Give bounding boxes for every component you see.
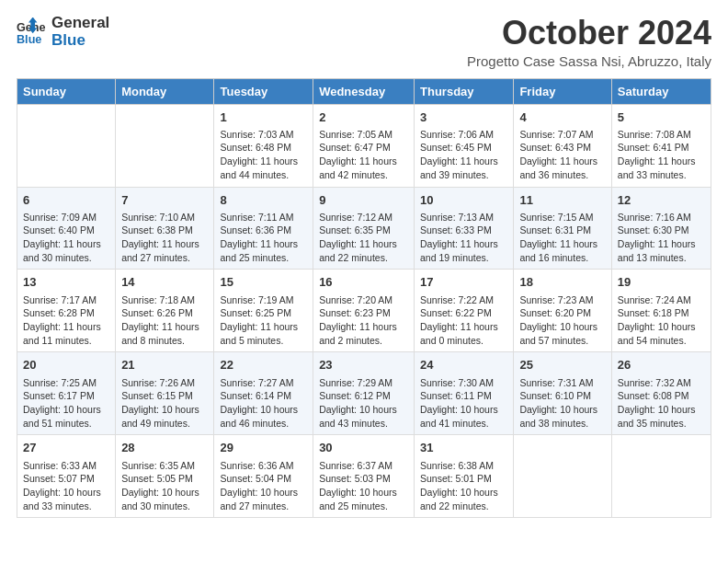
- calendar-cell: 25Sunrise: 7:31 AM Sunset: 6:10 PM Dayli…: [514, 352, 611, 435]
- day-info: Sunrise: 7:24 AM Sunset: 6:18 PM Dayligh…: [618, 293, 705, 348]
- calendar-cell: [611, 435, 711, 518]
- calendar-cell: 3Sunrise: 7:06 AM Sunset: 6:45 PM Daylig…: [415, 104, 514, 187]
- calendar-cell: [116, 104, 214, 187]
- day-number: 2: [319, 109, 408, 126]
- day-info: Sunrise: 7:10 AM Sunset: 6:38 PM Dayligh…: [121, 211, 208, 265]
- calendar-week-row: 1Sunrise: 7:03 AM Sunset: 6:48 PM Daylig…: [17, 104, 711, 187]
- day-number: 11: [519, 192, 605, 209]
- day-number: 13: [23, 274, 109, 291]
- calendar-cell: 10Sunrise: 7:13 AM Sunset: 6:33 PM Dayli…: [415, 187, 514, 270]
- day-info: Sunrise: 7:19 AM Sunset: 6:25 PM Dayligh…: [220, 293, 307, 348]
- calendar-cell: 28Sunrise: 6:35 AM Sunset: 5:05 PM Dayli…: [116, 435, 214, 518]
- day-number: 10: [420, 192, 507, 209]
- logo-text-line2: Blue: [51, 32, 109, 50]
- calendar-cell: 2Sunrise: 7:05 AM Sunset: 6:47 PM Daylig…: [313, 104, 415, 187]
- calendar-cell: 1Sunrise: 7:03 AM Sunset: 6:48 PM Daylig…: [214, 104, 313, 187]
- calendar-cell: 18Sunrise: 7:23 AM Sunset: 6:20 PM Dayli…: [514, 270, 611, 352]
- day-info: Sunrise: 7:08 AM Sunset: 6:41 PM Dayligh…: [618, 128, 705, 182]
- day-number: 6: [23, 192, 109, 209]
- day-number: 8: [220, 192, 307, 209]
- day-number: 15: [220, 274, 307, 291]
- calendar-cell: 9Sunrise: 7:12 AM Sunset: 6:35 PM Daylig…: [313, 187, 415, 270]
- header-day-monday: Monday: [116, 78, 214, 104]
- day-number: 12: [618, 192, 705, 209]
- day-number: 7: [121, 192, 208, 209]
- day-info: Sunrise: 7:22 AM Sunset: 6:22 PM Dayligh…: [420, 293, 507, 348]
- calendar-cell: [17, 104, 116, 187]
- calendar-cell: 12Sunrise: 7:16 AM Sunset: 6:30 PM Dayli…: [611, 187, 711, 270]
- day-number: 25: [519, 357, 605, 373]
- header-day-friday: Friday: [514, 78, 611, 104]
- day-info: Sunrise: 7:25 AM Sunset: 6:17 PM Dayligh…: [23, 376, 109, 431]
- main-title: October 2024: [467, 15, 711, 52]
- calendar-cell: [514, 435, 611, 518]
- day-number: 9: [319, 192, 408, 209]
- day-info: Sunrise: 7:12 AM Sunset: 6:35 PM Dayligh…: [319, 211, 408, 265]
- day-info: Sunrise: 7:23 AM Sunset: 6:20 PM Dayligh…: [519, 293, 605, 348]
- header-day-tuesday: Tuesday: [214, 78, 313, 104]
- header-day-wednesday: Wednesday: [313, 78, 415, 104]
- day-info: Sunrise: 7:17 AM Sunset: 6:28 PM Dayligh…: [23, 293, 109, 348]
- day-info: Sunrise: 7:26 AM Sunset: 6:15 PM Dayligh…: [121, 376, 208, 431]
- calendar-cell: 29Sunrise: 6:36 AM Sunset: 5:04 PM Dayli…: [214, 435, 313, 518]
- day-number: 4: [519, 109, 605, 126]
- day-info: Sunrise: 7:16 AM Sunset: 6:30 PM Dayligh…: [618, 211, 705, 265]
- calendar-table: SundayMondayTuesdayWednesdayThursdayFrid…: [17, 78, 711, 519]
- calendar-cell: 30Sunrise: 6:37 AM Sunset: 5:03 PM Dayli…: [313, 435, 415, 518]
- header: General Blue General Blue October 2024 P…: [17, 15, 711, 69]
- day-info: Sunrise: 7:11 AM Sunset: 6:36 PM Dayligh…: [220, 211, 307, 265]
- calendar-cell: 6Sunrise: 7:09 AM Sunset: 6:40 PM Daylig…: [17, 187, 116, 270]
- day-number: 26: [618, 357, 705, 373]
- calendar-cell: 13Sunrise: 7:17 AM Sunset: 6:28 PM Dayli…: [17, 270, 116, 352]
- calendar-week-row: 20Sunrise: 7:25 AM Sunset: 6:17 PM Dayli…: [17, 352, 711, 435]
- day-number: 27: [23, 440, 109, 456]
- header-day-saturday: Saturday: [611, 78, 711, 104]
- calendar-cell: 15Sunrise: 7:19 AM Sunset: 6:25 PM Dayli…: [214, 270, 313, 352]
- subtitle: Progetto Case Sassa Nsi, Abruzzo, Italy: [467, 53, 711, 69]
- logo-icon: General Blue: [17, 17, 46, 47]
- calendar-cell: 26Sunrise: 7:32 AM Sunset: 6:08 PM Dayli…: [611, 352, 711, 435]
- calendar-cell: 16Sunrise: 7:20 AM Sunset: 6:23 PM Dayli…: [313, 270, 415, 352]
- logo-text-line1: General: [51, 15, 109, 32]
- header-day-sunday: Sunday: [17, 78, 116, 104]
- day-info: Sunrise: 7:07 AM Sunset: 6:43 PM Dayligh…: [519, 128, 605, 182]
- day-number: 1: [220, 109, 307, 126]
- day-info: Sunrise: 7:31 AM Sunset: 6:10 PM Dayligh…: [519, 376, 605, 431]
- calendar-cell: 27Sunrise: 6:33 AM Sunset: 5:07 PM Dayli…: [17, 435, 116, 518]
- day-info: Sunrise: 6:33 AM Sunset: 5:07 PM Dayligh…: [23, 459, 109, 513]
- calendar-cell: 24Sunrise: 7:30 AM Sunset: 6:11 PM Dayli…: [415, 352, 514, 435]
- day-info: Sunrise: 7:03 AM Sunset: 6:48 PM Dayligh…: [220, 128, 307, 182]
- day-number: 23: [319, 357, 408, 373]
- page: General Blue General Blue October 2024 P…: [0, 0, 728, 533]
- calendar-cell: 4Sunrise: 7:07 AM Sunset: 6:43 PM Daylig…: [514, 104, 611, 187]
- calendar-header-row: SundayMondayTuesdayWednesdayThursdayFrid…: [17, 78, 711, 104]
- day-info: Sunrise: 7:27 AM Sunset: 6:14 PM Dayligh…: [220, 376, 307, 431]
- calendar-body: 1Sunrise: 7:03 AM Sunset: 6:48 PM Daylig…: [17, 104, 711, 518]
- day-number: 20: [23, 357, 109, 373]
- calendar-cell: 8Sunrise: 7:11 AM Sunset: 6:36 PM Daylig…: [214, 187, 313, 270]
- day-number: 31: [420, 440, 507, 456]
- svg-text:Blue: Blue: [17, 32, 41, 45]
- day-info: Sunrise: 7:06 AM Sunset: 6:45 PM Dayligh…: [420, 128, 507, 182]
- calendar-cell: 7Sunrise: 7:10 AM Sunset: 6:38 PM Daylig…: [116, 187, 214, 270]
- header-day-thursday: Thursday: [415, 78, 514, 104]
- logo: General Blue General Blue: [17, 15, 109, 49]
- day-info: Sunrise: 6:37 AM Sunset: 5:03 PM Dayligh…: [319, 459, 408, 513]
- calendar-cell: 17Sunrise: 7:22 AM Sunset: 6:22 PM Dayli…: [415, 270, 514, 352]
- day-info: Sunrise: 7:32 AM Sunset: 6:08 PM Dayligh…: [618, 376, 705, 431]
- day-number: 30: [319, 440, 408, 456]
- day-number: 17: [420, 274, 507, 291]
- calendar-week-row: 13Sunrise: 7:17 AM Sunset: 6:28 PM Dayli…: [17, 270, 711, 352]
- day-info: Sunrise: 7:30 AM Sunset: 6:11 PM Dayligh…: [420, 376, 507, 431]
- day-number: 16: [319, 274, 408, 291]
- day-number: 28: [121, 440, 208, 456]
- day-info: Sunrise: 7:20 AM Sunset: 6:23 PM Dayligh…: [319, 293, 408, 348]
- calendar-cell: 11Sunrise: 7:15 AM Sunset: 6:31 PM Dayli…: [514, 187, 611, 270]
- day-info: Sunrise: 7:15 AM Sunset: 6:31 PM Dayligh…: [519, 211, 605, 265]
- title-block: October 2024 Progetto Case Sassa Nsi, Ab…: [467, 15, 711, 69]
- day-info: Sunrise: 7:18 AM Sunset: 6:26 PM Dayligh…: [121, 293, 208, 348]
- day-number: 5: [618, 109, 705, 126]
- day-info: Sunrise: 7:05 AM Sunset: 6:47 PM Dayligh…: [319, 128, 408, 182]
- day-info: Sunrise: 6:35 AM Sunset: 5:05 PM Dayligh…: [121, 459, 208, 513]
- day-info: Sunrise: 7:13 AM Sunset: 6:33 PM Dayligh…: [420, 211, 507, 265]
